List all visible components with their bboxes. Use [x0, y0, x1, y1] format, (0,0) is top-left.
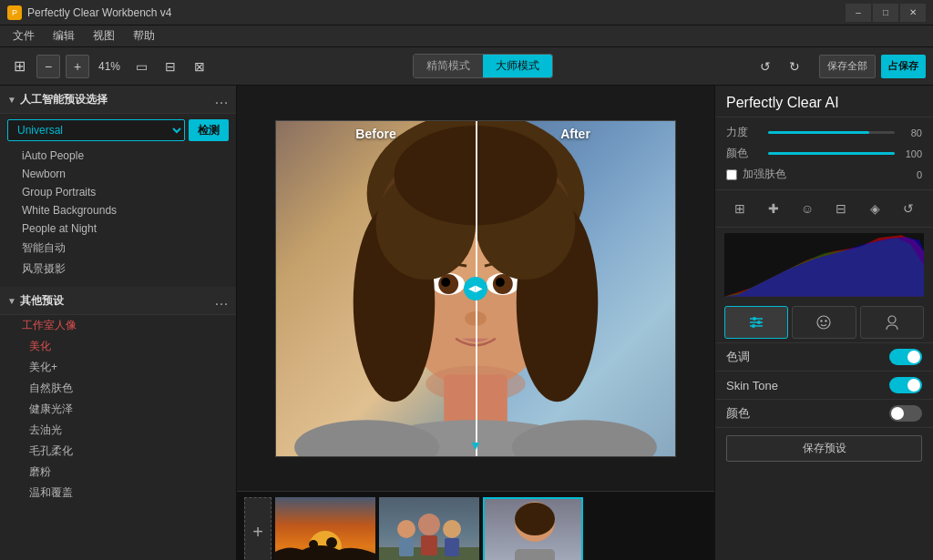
filmstrip: +: [237, 491, 714, 560]
list-item[interactable]: 美化: [0, 336, 236, 357]
ai-section-more[interactable]: …: [214, 91, 229, 107]
ai-section-header[interactable]: ▼ 人工智能预设选择 …: [0, 86, 236, 114]
tab-skin[interactable]: [860, 306, 924, 339]
other-section-more[interactable]: …: [214, 292, 229, 309]
other-presets-list: 工作室人像 美化 美化+ 自然肤色 健康光泽 去油光 毛孔柔化 磨粉 温和覆盖 …: [0, 315, 236, 497]
color-toggle-label: 颜色: [726, 405, 889, 422]
skin-tone-toggle[interactable]: [889, 377, 922, 393]
color-track[interactable]: [768, 152, 895, 155]
add-tool[interactable]: ✚: [761, 196, 786, 221]
list-item[interactable]: 风景摄影: [0, 259, 236, 280]
ai-section-arrow: ▼: [7, 95, 16, 105]
filmstrip-add-btn[interactable]: +: [244, 497, 272, 561]
view-single-icon[interactable]: ▭: [129, 55, 153, 78]
mode-master-btn[interactable]: 大师模式: [483, 55, 552, 77]
thumb-sunset-bg: [275, 497, 375, 561]
zoom-minus-btn[interactable]: −: [36, 55, 60, 78]
menu-help[interactable]: 帮助: [124, 26, 164, 46]
after-background: [476, 121, 675, 456]
list-item[interactable]: 去油光: [0, 420, 236, 441]
svg-rect-34: [421, 535, 437, 555]
menu-file[interactable]: 文件: [4, 26, 44, 46]
film-thumb-2[interactable]: [379, 497, 479, 561]
strength-track[interactable]: [768, 131, 895, 134]
svg-rect-36: [445, 538, 459, 556]
histogram-svg: [724, 233, 924, 297]
split-handle[interactable]: ◀▶: [464, 277, 487, 300]
after-label: After: [560, 127, 590, 141]
save-preset-btn[interactable]: 保存预设: [726, 435, 922, 462]
list-item[interactable]: 智能自动: [0, 238, 236, 259]
list-item[interactable]: White Backgrounds: [0, 201, 236, 219]
toolbar: ⊞ − + 41% ▭ ⊟ ⊠ 精简模式 大师模式 ↺ ↻ 保存全部 占保存: [0, 47, 933, 86]
color-val: 100: [900, 148, 922, 159]
mode-simple-btn[interactable]: 精简模式: [414, 55, 483, 77]
svg-point-25: [309, 540, 318, 549]
left-panel: ▼ 人工智能预设选择 … Universal 检测 iAuto People N…: [0, 86, 237, 560]
list-item[interactable]: 健康光泽: [0, 399, 236, 420]
list-item[interactable]: 毛孔柔化: [0, 441, 236, 462]
view-split-icon[interactable]: ⊟: [159, 55, 182, 78]
zoom-level: 41%: [95, 60, 124, 73]
other-section-header[interactable]: ▼ 其他预设 …: [0, 287, 236, 315]
maximize-button[interactable]: □: [873, 4, 898, 22]
skin-checkbox-row: 加强肤色 0: [726, 167, 922, 182]
zoom-plus-btn[interactable]: +: [66, 55, 89, 78]
list-item[interactable]: 温和覆盖: [0, 483, 236, 497]
view-compare-icon[interactable]: ⊠: [188, 55, 211, 78]
color-toggle[interactable]: [889, 405, 922, 422]
list-item[interactable]: 冬日雪景: [0, 280, 236, 283]
strength-slider-row: 力度 80: [726, 125, 922, 140]
list-item[interactable]: Newborn: [0, 165, 236, 183]
face-tool[interactable]: ☺: [795, 196, 820, 221]
histogram: [724, 233, 924, 297]
strength-val: 80: [900, 127, 922, 138]
list-item[interactable]: 磨粉: [0, 462, 236, 483]
svg-point-48: [817, 316, 830, 329]
right-panel-title: Perfectly Clear AI: [715, 86, 933, 117]
film-scroll: [275, 497, 707, 561]
svg-point-47: [752, 324, 755, 328]
other-section-arrow: ▼: [7, 296, 16, 306]
strength-fill: [768, 131, 869, 134]
svg-point-35: [443, 520, 461, 538]
reset-tool[interactable]: ↺: [896, 196, 921, 221]
list-item[interactable]: Group Portraits: [0, 183, 236, 201]
save-btn[interactable]: 占保存: [881, 55, 926, 78]
film-thumb-1[interactable]: [275, 497, 375, 561]
svg-point-45: [753, 317, 756, 321]
preset-select[interactable]: Universal: [7, 119, 185, 141]
tab-adjustments[interactable]: [724, 306, 788, 339]
redo-btn[interactable]: ↻: [783, 55, 806, 78]
svg-point-39: [515, 503, 555, 535]
list-item[interactable]: People at Night: [0, 219, 236, 238]
app-icon: P: [7, 5, 22, 20]
minimize-button[interactable]: –: [846, 4, 871, 22]
export-tool[interactable]: ⊟: [828, 196, 854, 221]
close-button[interactable]: ✕: [900, 4, 926, 22]
svg-point-33: [418, 514, 440, 535]
tone-toggle[interactable]: [889, 349, 922, 365]
list-item[interactable]: iAuto People: [0, 147, 236, 165]
crop-icon[interactable]: ⊞: [7, 55, 31, 78]
skin-checkbox[interactable]: [726, 169, 737, 180]
other-section-title: 其他预设: [20, 293, 214, 309]
detect-btn[interactable]: 检测: [189, 119, 229, 141]
menu-view[interactable]: 视图: [84, 26, 124, 46]
color-label: 颜色: [726, 146, 763, 161]
undo-btn[interactable]: ↺: [754, 55, 777, 78]
list-item[interactable]: 工作室人像: [0, 315, 236, 336]
grid-tool[interactable]: ⊞: [727, 196, 753, 221]
list-item[interactable]: 美化+: [0, 357, 236, 378]
film-thumb-3[interactable]: [483, 497, 583, 561]
svg-point-49: [821, 320, 823, 321]
svg-rect-32: [399, 538, 414, 556]
tone-label: 色调: [726, 349, 889, 365]
tab-face[interactable]: [792, 306, 856, 339]
list-item[interactable]: 自然肤色: [0, 378, 236, 399]
save-all-btn[interactable]: 保存全部: [819, 55, 876, 78]
main-container: ▼ 人工智能预设选择 … Universal 检测 iAuto People N…: [0, 86, 933, 560]
layers-tool[interactable]: ◈: [862, 196, 887, 221]
svg-point-50: [825, 320, 827, 321]
menu-edit[interactable]: 编辑: [44, 26, 84, 46]
